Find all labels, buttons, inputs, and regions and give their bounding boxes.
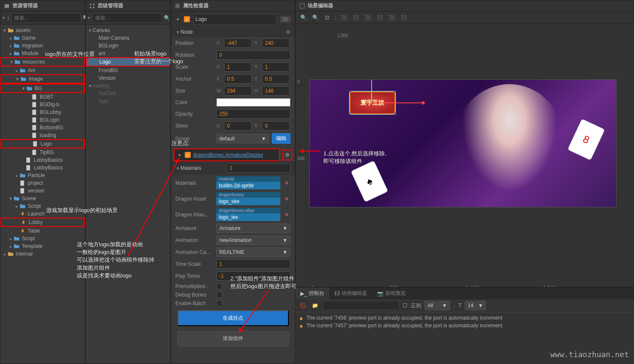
tree-item-internal[interactable]: ▸internal (0, 250, 85, 258)
tree-item-launch[interactable]: Launch (0, 210, 85, 218)
sort-icon[interactable]: ↕ (7, 14, 9, 22)
console-message[interactable]: ▲The current '7457' preview port is alre… (297, 322, 632, 329)
dragon-atlas-slot[interactable]: dragonbones-atlas logo_tex (216, 208, 280, 221)
tree-item-bgdlg-b[interactable]: BGDlg-b (0, 101, 85, 108)
tree-item-bglobby[interactable]: BGLobby (0, 108, 85, 116)
fontsize-dropdown[interactable]: 14▼ (465, 301, 486, 310)
add-component-button[interactable]: 添加组件 (177, 331, 289, 346)
align-middle-icon[interactable]: ⬛ (387, 13, 396, 22)
component-enabled-checkbox[interactable]: ✓ (185, 152, 191, 158)
materials-slot[interactable]: material builtin-2d-sprite (216, 176, 280, 189)
debug-bones-checkbox[interactable] (216, 292, 222, 298)
active-checkbox[interactable]: ✓ (184, 16, 190, 22)
hierarchy-item-noclick[interactable]: NoClick (86, 90, 170, 97)
node-section[interactable]: ▼ Node ⚙ (171, 27, 295, 37)
tab-console[interactable]: ▶_控制台 (295, 288, 329, 299)
collapse-icon[interactable]: ▼ (177, 153, 182, 157)
skew-x-input[interactable] (224, 121, 252, 131)
console-message[interactable]: ▲The current '7456' preview port is alre… (297, 314, 632, 322)
opacity-input[interactable] (216, 109, 291, 119)
tree-item-logo[interactable]: Logo (0, 139, 85, 149)
armature-dropdown[interactable]: Armature▼ (216, 224, 291, 233)
size-w-input[interactable] (224, 86, 252, 96)
scale-x-input[interactable] (224, 62, 252, 72)
hierarchy-item-logo[interactable]: Logo (86, 57, 170, 67)
hierarchy-item-main camera[interactable]: Main Camera (86, 34, 170, 42)
scene-canvas[interactable]: 1,000 0 500 寰宇互娱 1.点击这个,然后选择移除, 即可移除该组 (296, 24, 634, 287)
play-times-input[interactable] (216, 271, 291, 281)
gizmo-y-axis[interactable] (371, 79, 372, 103)
tree-item-game[interactable]: ▸Game (0, 34, 85, 42)
size-h-input[interactable] (262, 86, 290, 96)
tree-item-table[interactable]: Table (0, 227, 85, 235)
hierarchy-item-bglogin[interactable]: BGLogin (86, 42, 170, 50)
animation-dropdown[interactable]: newAnimation▼ (216, 236, 291, 245)
hierarchy-item-frontbg[interactable]: FrontBG (86, 67, 170, 74)
search-icon[interactable]: 🔍 (164, 14, 170, 22)
time-scale-input[interactable] (216, 259, 291, 269)
component-header[interactable]: ▼ ✓ dragonBones.ArmatureDisplay (174, 149, 280, 161)
align-bottom-icon[interactable]: ⬛ (399, 13, 408, 22)
tree-item-tipbg[interactable]: TipBG (0, 149, 85, 156)
anchor-x-input[interactable] (224, 74, 252, 84)
tree-item-bgbt[interactable]: BGBT (0, 93, 85, 101)
component-name[interactable]: dragonBones.ArmatureDisplay (193, 152, 263, 158)
group-dropdown[interactable]: default▼ (216, 134, 269, 143)
component-gear-icon[interactable]: ⚙ (282, 149, 292, 160)
tree-item-lobby[interactable]: Lobby (0, 218, 85, 227)
align-center-icon[interactable]: ⬛ (352, 13, 360, 22)
gear-icon[interactable]: ⚙ (286, 29, 291, 35)
scene-content[interactable]: 寰宇互娱 (309, 79, 617, 207)
tree-item-lobbybasics[interactable]: LobbyBasics (0, 156, 85, 164)
collapse-icon[interactable]: ▼ (175, 17, 180, 22)
tree-item-lobbybasics[interactable]: LobbyBasics (0, 164, 85, 172)
tree-item-assets[interactable]: ▼assets (0, 26, 85, 34)
tree-item-migration[interactable]: ▸migration (0, 42, 85, 50)
tree-item-template[interactable]: ▸Template (0, 242, 85, 250)
group-edit-button[interactable]: 编辑 (272, 133, 291, 144)
tree-item-script[interactable]: ▸Script (0, 202, 85, 210)
enable-batch-checkbox[interactable] (216, 300, 222, 306)
add-icon[interactable]: + (87, 14, 90, 22)
position-y-input[interactable] (262, 38, 290, 48)
hierarchy-item-version[interactable]: Version (86, 74, 170, 82)
animation-cache-dropdown[interactable]: REALTIME▼ (216, 248, 291, 257)
tree-item-bg[interactable]: ▼BG (0, 84, 85, 93)
tree-item-bottombg[interactable]: BottomBG (0, 124, 85, 131)
hierarchy-item-ani[interactable]: ani (86, 50, 170, 57)
tree-item-project[interactable]: project (0, 179, 85, 187)
rotation-input[interactable] (216, 50, 291, 60)
hierarchy-item-logo[interactable]: logo (86, 97, 170, 105)
tab-animation[interactable]: 🎞动画编辑器 (329, 288, 372, 299)
assets-search-input[interactable] (11, 13, 81, 23)
materials-section[interactable]: ▼ Materials (171, 161, 295, 175)
generate-mount-button[interactable]: 生成挂点 (177, 310, 289, 326)
tree-item-loading[interactable]: loading (0, 131, 85, 139)
zoom-in-icon[interactable]: 🔍 (299, 13, 308, 22)
align-top-icon[interactable]: ⬛ (375, 13, 384, 22)
hierarchy-search-input[interactable] (92, 13, 162, 23)
add-icon[interactable]: + (2, 14, 5, 22)
filter-dropdown[interactable]: All▼ (425, 301, 450, 310)
open-icon[interactable]: 📁 (311, 301, 319, 310)
tree-item-image[interactable]: ▼Image (0, 74, 85, 84)
align-left-icon[interactable]: ⬛ (340, 13, 348, 22)
tree-item-version[interactable]: version (0, 187, 85, 195)
clear-icon[interactable]: 🚫 (299, 301, 307, 310)
dragon-asset-slot[interactable]: dragonbones logo_ske (216, 192, 280, 205)
tab-preview[interactable]: 📷游戏预览 (372, 288, 411, 299)
gizmo-x-axis[interactable] (372, 102, 423, 103)
tree-item-resources[interactable]: ▼resources (0, 57, 85, 67)
skew-y-input[interactable] (262, 121, 290, 131)
zoom-out-icon[interactable]: 🔍 (311, 13, 320, 22)
materials-count-input[interactable] (227, 163, 291, 173)
hierarchy-item-canvas[interactable]: ▼Canvas (86, 26, 170, 34)
3d-badge[interactable]: 3D (280, 16, 291, 23)
console-search-input[interactable] (323, 301, 399, 310)
tree-item-bglogin[interactable]: BGLogin (0, 116, 85, 124)
position-x-input[interactable] (224, 38, 252, 48)
align-right-icon[interactable]: ⬛ (364, 13, 372, 22)
remove-icon[interactable]: ✕ (283, 196, 291, 202)
hierarchy-item-loading[interactable]: ▼loading (86, 82, 170, 90)
remove-icon[interactable]: ✕ (283, 212, 291, 218)
